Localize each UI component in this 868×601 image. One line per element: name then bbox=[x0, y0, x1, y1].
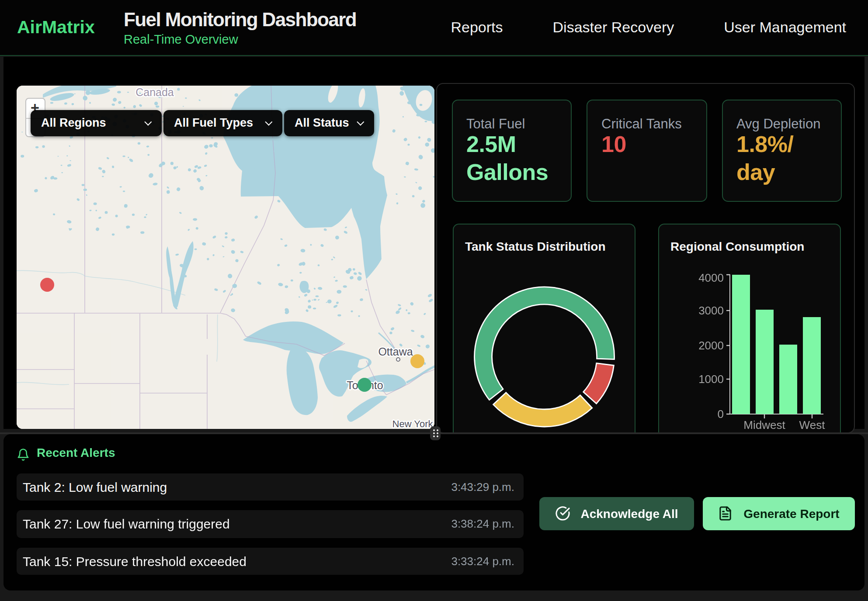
svg-text:3000: 3000 bbox=[698, 304, 723, 317]
svg-text:Midwest: Midwest bbox=[743, 418, 785, 432]
svg-text:Canada: Canada bbox=[135, 86, 174, 98]
svg-text:New York: New York bbox=[392, 418, 433, 428]
svg-text:1000: 1000 bbox=[698, 373, 723, 386]
svg-text:West: West bbox=[799, 418, 825, 432]
svg-text:0: 0 bbox=[717, 408, 723, 421]
svg-text:Ottawa: Ottawa bbox=[378, 345, 412, 358]
svg-text:4000: 4000 bbox=[698, 271, 723, 284]
svg-text:2000: 2000 bbox=[698, 339, 723, 352]
